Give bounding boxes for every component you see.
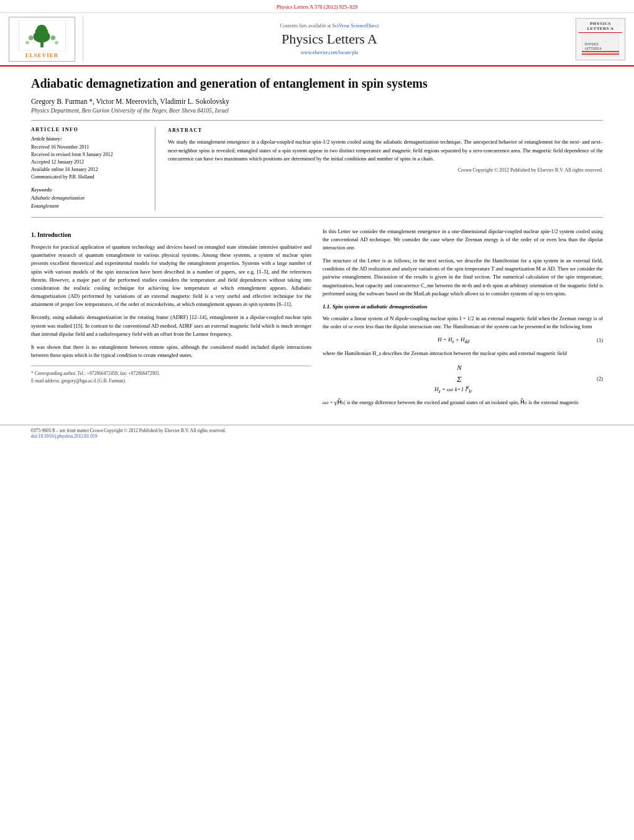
right-para2: The structure of the Letter is as follow… [323,257,603,298]
col-left: 1. Introduction Prospects for practical … [31,228,311,412]
formula2-block: Hz = ω₀ N Σ k=1 Îzk, (2) [323,362,603,395]
sciverse-text: Contents lists available at SciVerse Sci… [91,23,568,29]
abstract-title: ABSTRACT [168,127,603,134]
footnote-email: E-mail address: gregory@bgu.ac.il (G.B. … [31,377,311,384]
journal-header-content: ELSEVIER Contents lists available at Sci… [0,12,634,65]
article-info-title: ARTICLE INFO [31,127,146,132]
right-para1: In this Letter we consider the entanglem… [323,228,603,252]
section1-title: 1. Introduction [31,230,311,240]
copyright-line: Crown Copyright © 2012 Published by Else… [168,167,603,174]
article-content: Adiabatic demagnetization and generation… [0,67,634,418]
svg-text:PHYSICS: PHYSICS [585,42,599,46]
journal-ref: Physics Letters A 376 (2012) 925–929 [277,4,358,10]
article-info-panel: ARTICLE INFO Article history: Received 1… [31,127,155,211]
col-right: In this Letter we consider the entanglem… [323,228,603,412]
svg-point-4 [37,25,46,32]
formula1-block: H = Hz + Hdd (1) [323,336,603,345]
article-abstract-panel: ABSTRACT We study the entanglement emerg… [168,127,603,211]
doi-line: doi:10.1016/j.physleta.2012.01.019 [31,433,603,439]
formula1-number: (1) [590,336,603,344]
svg-point-8 [55,41,58,45]
journal-header: Physics Letters A 376 (2012) 925–929 [0,0,634,67]
sciverse-link[interactable]: SciVerse ScienceDirect [333,23,379,29]
bottom-bar: 0375-9601/$ – see front matter Crown Cop… [0,425,634,441]
journal-logo-right: PHYSICS LETTERS A PHYSICS LETTERS A [576,18,625,60]
svg-text:LETTERS A: LETTERS A [585,47,602,50]
article-authors: Gregory B. Furman *, Victor M. Meerovich… [31,98,603,105]
article-history: Received 16 November 2011 Received in re… [31,144,146,181]
logo-right-title: PHYSICS LETTERS A [579,21,622,33]
elsevier-logo-box: ELSEVIER [9,17,75,62]
formula1-desc: where the Hamiltonian H_z describes the … [323,349,603,358]
journal-title: Physics Letters A [91,31,568,47]
section1-para2: Recently, using adiabatic demagnetizatio… [31,313,311,338]
section1-para3: It was shown that there is no entangleme… [31,343,311,359]
journal-logo-right-icon: PHYSICS LETTERS A [582,34,619,57]
subsection1-1-title: 1.1. Spin system at adiabatic demagnetiz… [323,303,603,312]
svg-point-7 [25,41,29,45]
journal-url: www.elsevier.com/locate/pla [91,50,568,55]
body-two-col: 1. Introduction Prospects for practical … [31,228,603,412]
footnote-area: * Corresponding author. Tel.: +972866472… [31,366,311,384]
formula1-text: H = Hz + Hdd [323,336,584,345]
article-title: Adiabatic demagnetization and generation… [31,75,603,91]
svg-point-6 [50,35,55,40]
elsevier-logo-area: ELSEVIER [9,17,83,62]
elsevier-wordmark: ELSEVIER [12,52,72,58]
journal-center: Contents lists available at SciVerse Sci… [91,23,568,55]
section1-para1: Prospects for practical application of q… [31,243,311,308]
article-history-title: Article history: [31,136,146,142]
formula2-number: (2) [590,375,603,383]
subsection1-1-para1: We consider a linear system of N dipole-… [323,315,603,331]
article-affiliation: Physics Department, Ben Gurion Universit… [31,108,603,114]
journal-ref-bar: Physics Letters A 376 (2012) 925–929 [0,4,634,10]
footnote-corresponding: * Corresponding author. Tel.: +972866472… [31,370,311,377]
formula2-text: Hz = ω₀ N Σ k=1 Îzk, [323,362,584,395]
svg-point-5 [28,35,33,40]
issn-line: 0375-9601/$ – see front matter Crown Cop… [31,428,603,433]
elsevier-tree-icon [17,20,67,51]
abstract-text: We study the entanglement emergence in a… [168,138,603,163]
keywords-list: Adiabatic demagnetization Entanglement [31,195,146,211]
keywords-title: Keywords: [31,187,146,193]
article-info-abstract-section: ARTICLE INFO Article history: Received 1… [31,120,603,218]
formula2-desc: ω₀ = γ|H̃₀| is the energy difference bet… [323,399,603,407]
